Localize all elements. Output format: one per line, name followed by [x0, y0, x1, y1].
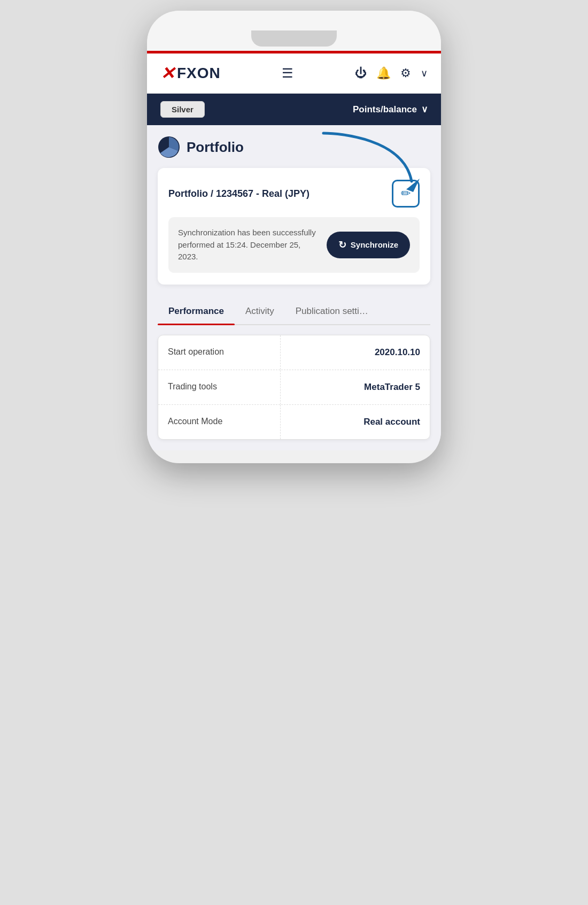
power-icon[interactable]: ⏻: [355, 66, 367, 80]
silver-badge: Silver: [160, 101, 205, 118]
notch: [251, 30, 337, 47]
portfolio-title: Portfolio: [187, 139, 244, 156]
header-chevron-icon[interactable]: ∨: [421, 67, 428, 79]
sync-info-box: Synchronization has been successfully pe…: [168, 217, 420, 273]
portfolio-card-title: Portfolio / 1234567 - Real (JPY): [168, 188, 310, 200]
portfolio-header: Portfolio / 1234567 - Real (JPY) ✏: [168, 180, 420, 208]
logo: ✕ FXON: [160, 63, 221, 83]
logo-fxon: FXON: [177, 65, 221, 82]
main-content: Portfolio Portfolio / 1234567 - Real (JP…: [147, 125, 441, 450]
sync-icon: ↻: [338, 239, 346, 251]
nav-bar: Silver Points/balance ∨: [147, 94, 441, 125]
portfolio-card: Portfolio / 1234567 - Real (JPY) ✏ Synch…: [158, 168, 430, 285]
table-row: Trading tools MetaTrader 5: [158, 370, 430, 405]
tab-publication-settings[interactable]: Publication setti…: [285, 296, 379, 324]
account-mode-value: Real account: [281, 405, 430, 439]
start-operation-value: 2020.10.10: [281, 335, 430, 370]
account-mode-label: Account Mode: [158, 405, 281, 439]
data-table: Start operation 2020.10.10 Trading tools…: [158, 335, 430, 440]
logo-x: ✕: [160, 63, 175, 83]
edit-pencil-icon: ✏: [401, 187, 411, 201]
section-title: Portfolio: [158, 136, 430, 158]
phone-top: [147, 11, 441, 51]
bell-icon[interactable]: 🔔: [376, 66, 391, 80]
edit-button[interactable]: ✏: [392, 180, 420, 208]
trading-tools-value: MetaTrader 5: [281, 370, 430, 404]
points-balance-label: Points/balance: [353, 104, 417, 115]
tabs: Performance Activity Publication setti…: [158, 296, 430, 325]
table-row: Account Mode Real account: [158, 405, 430, 439]
nav-chevron-icon: ∨: [421, 104, 428, 115]
gear-icon[interactable]: ⚙: [400, 66, 411, 80]
hamburger-icon[interactable]: ☰: [282, 66, 293, 81]
points-balance-button[interactable]: Points/balance ∨: [353, 104, 428, 115]
tab-activity[interactable]: Activity: [235, 296, 285, 324]
header: ✕ FXON ☰ ⏻ 🔔 ⚙ ∨: [147, 53, 441, 94]
table-row: Start operation 2020.10.10: [158, 335, 430, 370]
synchronize-button[interactable]: ↻ Synchronize: [327, 232, 410, 258]
sync-message: Synchronization has been successfully pe…: [178, 227, 319, 263]
phone-wrapper: ✕ FXON ☰ ⏻ 🔔 ⚙ ∨ Silver Points/balance ∨…: [147, 11, 441, 463]
portfolio-icon: [158, 136, 180, 158]
header-right: ⏻ 🔔 ⚙ ∨: [355, 66, 428, 80]
sync-button-label: Synchronize: [351, 240, 398, 249]
start-operation-label: Start operation: [158, 335, 281, 370]
tab-performance[interactable]: Performance: [158, 296, 235, 324]
trading-tools-label: Trading tools: [158, 370, 281, 404]
